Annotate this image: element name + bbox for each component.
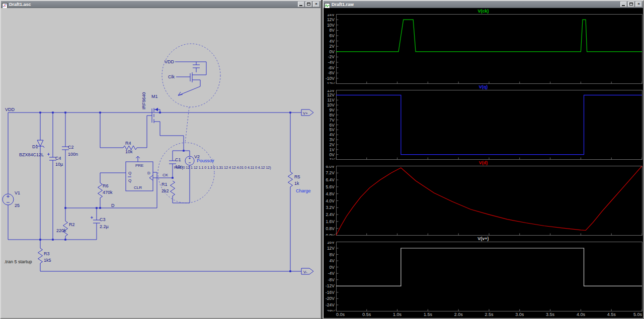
- schematic-label-v1-name[interactable]: V1: [15, 190, 20, 195]
- schematic-label-m1-type[interactable]: IRF9640: [141, 92, 146, 110]
- maximize-button[interactable]: [305, 2, 312, 7]
- waveform-trace-V(q)[interactable]: [336, 95, 642, 154]
- schematic-label-ff-q[interactable]: Q: [128, 171, 131, 175]
- schematic-label-r4-value[interactable]: 10k: [125, 149, 133, 154]
- y-axis-tick-label: 2V: [330, 142, 335, 147]
- schematic-label-inset-clk[interactable]: Clk: [168, 74, 175, 79]
- schematic-label-c1-name[interactable]: C1: [175, 157, 181, 162]
- schematic-label-r3-name[interactable]: R3: [44, 251, 50, 256]
- schematic-canvas-area[interactable]: VDDV125D1BZX84C12LC410µC2100nR410kIRF964…: [1, 8, 320, 318]
- schematic-label-r1-name[interactable]: R1: [162, 182, 168, 187]
- y-axis-tick-label: 7.2V: [326, 170, 335, 175]
- plot-pane-vck[interactable]: 14V12V10V8V6V4V2V0V-2V-4V-6V-8V-10V-12V: [324, 14, 643, 84]
- plot-title-vd[interactable]: V(d): [324, 160, 643, 166]
- wire[interactable]: [8, 110, 301, 271]
- schematic-label-port-vplus-label[interactable]: V+: [303, 111, 308, 116]
- schematic-label-c4-value[interactable]: 10µ: [55, 162, 63, 167]
- plot-title-vvplus[interactable]: V(v+): [324, 236, 643, 242]
- schematic-window-titlebar[interactable]: Draft1.asc ×: [1, 1, 320, 8]
- schematic-label-c4-name[interactable]: C4: [55, 156, 61, 161]
- plot-pane-vvplus[interactable]: 16V12V8V4V0V-4V-8V-12V-16V-20V-24V-28V: [324, 242, 643, 311]
- minimize-button[interactable]: [298, 2, 304, 7]
- schematic-label-r5-value[interactable]: 1k: [294, 181, 299, 186]
- schematic-label-d1-name[interactable]: D1: [32, 144, 38, 149]
- x-axis-tick-label: 0.0s: [336, 312, 345, 317]
- inset-detail-drawing: [175, 62, 206, 95]
- schematic-label-charge-label[interactable]: Charge: [296, 188, 311, 193]
- component-C3[interactable]: [91, 217, 100, 224]
- y-axis-tick-label: 10V: [327, 102, 335, 108]
- y-axis-tick-label: 6.4V: [326, 177, 335, 182]
- schematic-label-v2-label[interactable]: Poussoir: [197, 158, 214, 163]
- component-R3[interactable]: [38, 248, 43, 263]
- schematic-label-ff-pre[interactable]: PRE: [135, 163, 143, 168]
- waveform-window: Draft1.raw × V(ck) 14V12V10V8V6V4V2V0V-2…: [323, 0, 644, 319]
- y-axis-tick-label: 11V: [328, 97, 335, 102]
- schematic-label-r3-value[interactable]: 1k5: [44, 258, 51, 263]
- component-V2[interactable]: [185, 156, 194, 165]
- plot-title-vck[interactable]: V(ck): [324, 8, 643, 14]
- component-M1-pmos[interactable]: [152, 108, 158, 124]
- schematic-canvas[interactable]: VDDV125D1BZX84C12LC410µC2100nR410kIRF964…: [1, 8, 320, 318]
- schematic-label-c2-value[interactable]: 100n: [68, 152, 78, 157]
- plot-pane-border: [337, 90, 642, 160]
- x-axis-tick-label: 4.5s: [607, 312, 616, 317]
- schematic-wires[interactable]: [8, 110, 301, 271]
- minimize-button[interactable]: [620, 2, 627, 7]
- schematic-label-v2-value[interactable]: PWL(0 12 1 12 1.1 0 1.3 0 1.31 12 4 12 4…: [174, 166, 271, 170]
- schematic-label-r2-name[interactable]: R2: [69, 222, 75, 227]
- schematic-label-c3-value[interactable]: 2.2µ: [100, 224, 109, 229]
- y-axis-tick-label: 4.0V: [326, 198, 335, 203]
- y-axis-tick-label: 4V: [330, 132, 335, 137]
- y-axis-tick-label: 1V: [330, 147, 335, 152]
- schematic-label-inset-vdd[interactable]: VDD: [165, 59, 175, 64]
- schematic-label-vdd-net[interactable]: VDD: [5, 107, 15, 112]
- waveform-app-icon: [325, 2, 330, 7]
- schematic-label-r2-value[interactable]: 220k: [56, 228, 66, 233]
- schematic-label-r1-value[interactable]: 2k2: [162, 188, 169, 193]
- schematic-label-r6-value[interactable]: 470k: [103, 190, 113, 195]
- annotation-dashed-circles: [158, 44, 220, 203]
- schematic-label-d-net[interactable]: D: [111, 203, 115, 208]
- plot-pane-vd[interactable]: 8.0V7.2V6.4V5.6V4.8V4.0V3.2V2.4V1.6V0.8V…: [324, 166, 643, 236]
- plot-pane-vq[interactable]: 13V12V11V10V9V8V7V6V5V4V3V2V1V0V-1V: [324, 90, 643, 160]
- schematic-label-spice-directive[interactable]: .tran 5 startup: [4, 259, 32, 264]
- schematic-label-m1-name[interactable]: M1: [151, 94, 158, 99]
- plot-title-vq[interactable]: V(q): [324, 84, 643, 90]
- schematic-label-c3-name[interactable]: C3: [100, 217, 106, 222]
- y-axis-tick-label: -2V: [328, 54, 335, 59]
- schematic-label-c2-name[interactable]: C2: [68, 145, 74, 150]
- schematic-label-ff-d[interactable]: D: [147, 171, 150, 175]
- minimize-icon: [299, 5, 302, 6]
- schematic-label-r6-name[interactable]: R6: [103, 183, 109, 188]
- schematic-label-r5-name[interactable]: R5: [294, 174, 300, 179]
- y-axis-tick-label: 3V: [330, 137, 335, 142]
- window-title: Draft1.asc: [9, 2, 31, 7]
- y-axis-tick-label: -6V: [328, 65, 335, 70]
- component-R1[interactable]: [171, 181, 175, 196]
- y-axis-tick-label: 6V: [330, 33, 335, 38]
- schematic-label-ff-clr[interactable]: CLR: [134, 185, 142, 190]
- waveform-trace-V(d)[interactable]: [336, 166, 642, 236]
- schematic-label-ff-qbar[interactable]: Q: [128, 178, 131, 183]
- schematic-label-d1-value[interactable]: BZX84C12L: [19, 152, 44, 157]
- y-axis-tick-label: -24V: [326, 302, 335, 307]
- schematic-label-port-vminus-label[interactable]: V-: [303, 270, 307, 274]
- y-axis-tick-label: -16V: [326, 290, 335, 295]
- schematic-label-v1-value[interactable]: 25: [15, 203, 20, 208]
- close-button[interactable]: ×: [313, 2, 319, 7]
- close-button[interactable]: ×: [635, 2, 642, 7]
- maximize-button[interactable]: [628, 2, 634, 7]
- x-axis-tick-label: 4.0s: [577, 312, 585, 317]
- schematic-label-ck-pin[interactable]: CK: [163, 173, 169, 177]
- component-V1[interactable]: [3, 194, 14, 205]
- waveform-window-titlebar[interactable]: Draft1.raw ×: [324, 1, 643, 8]
- schematic-label-r4-name[interactable]: R4: [125, 141, 131, 146]
- waveform-plot-area[interactable]: V(ck) 14V12V10V8V6V4V2V0V-2V-4V-6V-8V-10…: [324, 8, 643, 318]
- waveform-trace-V(ck)[interactable]: [336, 20, 642, 52]
- y-axis-tick-label: -20V: [326, 296, 335, 301]
- y-axis-tick-label: 10V: [327, 23, 335, 28]
- component-R6[interactable]: [98, 183, 103, 198]
- waveform-trace-V(v+)[interactable]: [336, 248, 642, 286]
- component-R5[interactable]: [288, 172, 293, 187]
